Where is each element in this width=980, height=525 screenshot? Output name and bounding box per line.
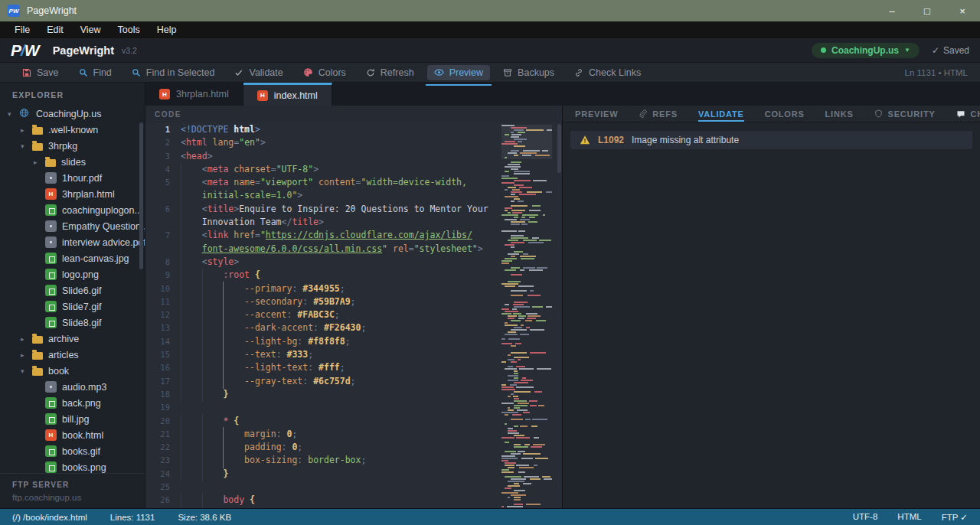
code-row[interactable]: 1<!DOCTYPE html> bbox=[145, 123, 562, 136]
validation-issue[interactable]: L1092Image missing alt attribute bbox=[570, 131, 972, 149]
tree-item-empathy-question[interactable]: Empathy Question... bbox=[0, 218, 145, 234]
code-row[interactable]: 23 box-sizing: border-box; bbox=[145, 454, 562, 467]
code-row[interactable]: 19 bbox=[145, 401, 562, 414]
code-row[interactable]: 21 margin: 0; bbox=[145, 428, 562, 441]
code-row[interactable]: 8 <style> bbox=[145, 256, 562, 269]
inspector-tab-validate[interactable]: VALIDATE bbox=[698, 106, 744, 122]
caret-down-icon[interactable]: ▾ bbox=[21, 367, 32, 375]
toolbar-save-button[interactable]: Save bbox=[15, 65, 66, 80]
inspector-tab-links[interactable]: LINKS bbox=[825, 106, 854, 122]
toolbar-find-in-selected-button[interactable]: Find in Selected bbox=[125, 65, 222, 80]
tree-item-book[interactable]: ▾book bbox=[0, 363, 145, 379]
minimize-button[interactable]: – bbox=[874, 0, 910, 21]
maximize-button[interactable]: □ bbox=[910, 0, 945, 21]
line-number: 20 bbox=[145, 415, 181, 428]
toolbar-refresh-button[interactable]: Refresh bbox=[359, 65, 421, 80]
toolbar-check-links-button[interactable]: Check Links bbox=[567, 65, 648, 80]
editor-tab-3hrplan-html[interactable]: H3hrplan.html bbox=[145, 83, 243, 106]
toolbar-colors-button[interactable]: Colors bbox=[296, 65, 353, 80]
inspector-tab-colors[interactable]: COLORS bbox=[765, 106, 805, 122]
code-area[interactable]: 1<!DOCTYPE html>2<html lang="en">3<head>… bbox=[145, 122, 562, 508]
code-row[interactable]: 13 --dark-accent: #F26430; bbox=[145, 321, 562, 334]
tree-item-books-gif[interactable]: books.gif bbox=[0, 443, 145, 459]
code-row[interactable]: initial-scale=1.0"> bbox=[145, 189, 562, 202]
sidebar-scrollbar[interactable] bbox=[139, 122, 143, 269]
code-row[interactable]: 26 body { bbox=[145, 494, 562, 507]
refresh-icon bbox=[366, 68, 375, 77]
code-row[interactable]: 2<html lang="en"> bbox=[145, 136, 562, 149]
tree-item-3hrplan-html[interactable]: H3hrplan.html bbox=[0, 186, 145, 202]
toolbar-preview-button[interactable]: Preview bbox=[427, 65, 490, 80]
image-file-icon bbox=[45, 301, 57, 312]
code-row[interactable]: 12 --accent: #FABC3C; bbox=[145, 308, 562, 321]
tree-item-slide6-gif[interactable]: Slide6.gif bbox=[0, 282, 145, 298]
toolbar-validate-button[interactable]: Validate bbox=[227, 65, 289, 80]
tree-item-1hour-pdf[interactable]: 1hour.pdf bbox=[0, 170, 145, 186]
inspector-tab-security[interactable]: SECURITY bbox=[874, 106, 936, 122]
close-button[interactable]: × bbox=[945, 0, 980, 21]
tree-item-audio-mp3[interactable]: audio.mp3 bbox=[0, 379, 145, 395]
code-row[interactable]: 4 <meta charset="UTF-8"> bbox=[145, 163, 562, 176]
caret-right-icon[interactable]: ▸ bbox=[21, 351, 32, 359]
code-row[interactable]: 3<head> bbox=[145, 150, 562, 163]
caret-right-icon[interactable]: ▸ bbox=[21, 335, 32, 343]
code-row[interactable]: 5 <meta name="viewport" content="width=d… bbox=[145, 176, 562, 189]
code-row[interactable]: 16 --light-text: #fff; bbox=[145, 361, 562, 374]
inspector-tab-preview[interactable]: PREVIEW bbox=[575, 106, 618, 122]
tree-item-interview-advice-pdf[interactable]: interview advice.pdf bbox=[0, 234, 145, 250]
tree-item-label: bill.jpg bbox=[62, 414, 89, 425]
inspector-tab-chat[interactable]: CHAT bbox=[956, 106, 980, 122]
tree-item-articles[interactable]: ▸articles bbox=[0, 347, 145, 363]
code-row[interactable]: 14 --light-bg: #f8f8f8; bbox=[145, 335, 562, 348]
tree-item-well-known[interactable]: ▸.well-known bbox=[0, 122, 145, 138]
code-row[interactable]: 20 * { bbox=[145, 415, 562, 428]
code-row[interactable]: 24 } bbox=[145, 468, 562, 481]
tree-item-logo-png[interactable]: logo.png bbox=[0, 266, 145, 282]
tree-item-bill-jpg[interactable]: bill.jpg bbox=[0, 411, 145, 427]
menu-file[interactable]: File bbox=[6, 21, 38, 38]
menu-help[interactable]: Help bbox=[149, 21, 185, 38]
tree-item-3hrpkg[interactable]: ▾3hrpkg bbox=[0, 138, 145, 154]
tree-item-slide7-gif[interactable]: Slide7.gif bbox=[0, 298, 145, 315]
toolbar-backups-button[interactable]: Backups bbox=[496, 65, 561, 80]
site-selector[interactable]: CoachingUp.us ▼ bbox=[812, 43, 920, 58]
menu-view[interactable]: View bbox=[72, 21, 109, 38]
code-row[interactable]: 6 <title>Enquire to Inspire: 20 Question… bbox=[145, 203, 562, 216]
tree-item-slide8-gif[interactable]: Slide8.gif bbox=[0, 315, 145, 331]
menu-edit[interactable]: Edit bbox=[38, 21, 72, 38]
editor-scrollbar-thumb[interactable] bbox=[557, 124, 561, 173]
tree-item-book-html[interactable]: Hbook.html bbox=[0, 427, 145, 443]
tree-item-slides[interactable]: ▸slides bbox=[0, 154, 145, 170]
toolbar-find-button[interactable]: Find bbox=[72, 65, 119, 80]
code-row[interactable]: 17 --gray-text: #6c757d; bbox=[145, 375, 562, 388]
caret-down-icon[interactable]: ▾ bbox=[21, 142, 32, 150]
code-row[interactable]: 22 padding: 0; bbox=[145, 441, 562, 454]
code-row[interactable]: 15 --text: #333; bbox=[145, 348, 562, 361]
minimap[interactable] bbox=[501, 124, 552, 508]
tree-item-coachingup-us[interactable]: ▾CoachingUp.us bbox=[0, 106, 145, 122]
bubble-icon bbox=[956, 109, 965, 119]
tree-item-coachinguplogon[interactable]: coachinguplogon... bbox=[0, 202, 145, 218]
inspector-tab-refs[interactable]: REFS bbox=[639, 106, 678, 122]
status-left: (/) /book/index.htmlLines: 1131Size: 38.… bbox=[12, 513, 231, 522]
code-row[interactable]: 11 --secondary: #59B7A9; bbox=[145, 295, 562, 308]
code-row[interactable]: Innovation Team</title> bbox=[145, 216, 562, 229]
code-row[interactable]: font-awesome/6.0.0/css/all.min.css" rel=… bbox=[145, 243, 562, 256]
caret-down-icon[interactable]: ▾ bbox=[8, 110, 19, 118]
code-row[interactable]: 18 } bbox=[145, 388, 562, 401]
tree-item-label: books.gif bbox=[62, 446, 100, 457]
menu-tools[interactable]: Tools bbox=[109, 21, 149, 38]
caret-right-icon[interactable]: ▸ bbox=[34, 158, 45, 166]
code-row[interactable]: 10 --primary: #344955; bbox=[145, 282, 562, 295]
tree-item-archive[interactable]: ▸archive bbox=[0, 331, 145, 347]
ftp-server-host[interactable]: ftp.coachingup.us bbox=[12, 493, 145, 502]
code-row[interactable]: 7 <link href="https://cdnjs.cloudflare.c… bbox=[145, 229, 562, 242]
editor-tab-index-html[interactable]: Hindex.html bbox=[243, 83, 332, 106]
caret-right-icon[interactable]: ▸ bbox=[21, 126, 32, 134]
code-row[interactable]: 25 bbox=[145, 481, 562, 494]
tree-item-back-png[interactable]: back.png bbox=[0, 395, 145, 411]
editor-scrollbar[interactable] bbox=[557, 122, 562, 508]
code-row[interactable]: 9 :root { bbox=[145, 269, 562, 282]
tree-item-books-png[interactable]: books.png bbox=[0, 459, 145, 473]
tree-item-lean-canvas-jpg[interactable]: lean-canvas.jpg bbox=[0, 250, 145, 266]
